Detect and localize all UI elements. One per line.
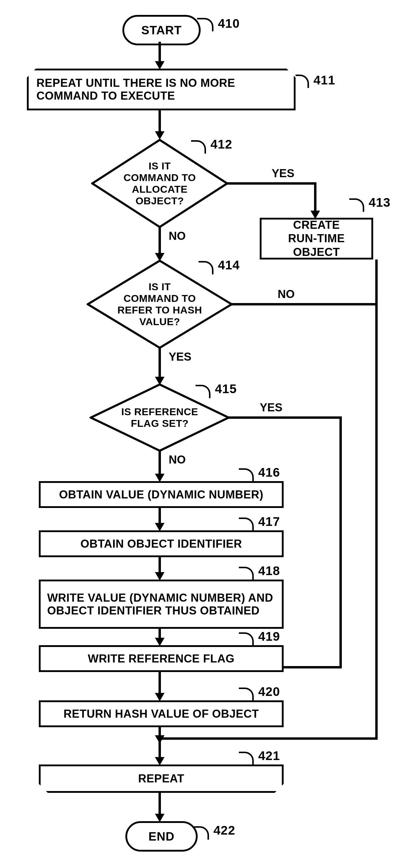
label-416: 416 [258, 465, 280, 479]
edge-loop-d1 [158, 111, 161, 133]
loop-start-text: REPEAT UNTIL THERE IS NO MORE COMMAND TO… [36, 77, 286, 102]
leader-418 [239, 567, 254, 580]
leader-411 [296, 74, 309, 88]
label-410: 410 [218, 17, 240, 31]
process-create-runtime: CREATE RUN-TIME OBJECT [260, 218, 373, 259]
leader-410 [197, 18, 213, 31]
label-415: 415 [215, 382, 237, 396]
arrowhead-419-420 [155, 693, 165, 701]
edge-d1-right-v [314, 182, 317, 212]
leader-421 [239, 752, 254, 765]
edge-d3-right-h [228, 416, 342, 419]
loop-start: REPEAT UNTIL THERE IS NO MORE COMMAND TO… [27, 69, 296, 111]
loop-end: REPEAT [39, 765, 284, 793]
leader-422 [194, 826, 209, 840]
label-417: 417 [258, 515, 280, 529]
arrowhead-420-421 [155, 757, 165, 765]
edge-hashno-join [375, 303, 378, 305]
loop-end-text: REPEAT [138, 772, 184, 785]
label-418: 418 [258, 564, 280, 578]
edge-419-420 [158, 672, 161, 694]
leader-417 [239, 518, 254, 531]
process-write-flag: WRITE REFERENCE FLAG [39, 645, 284, 672]
edge-420-421 [158, 727, 161, 758]
label-422: 422 [213, 823, 235, 838]
branch-allocate-yes: YES [272, 167, 294, 180]
edge-421-end [158, 793, 161, 815]
obtain-value-text: OBTAIN VALUE (DYNAMIC NUMBER) [59, 488, 263, 501]
create-runtime-text: CREATE RUN-TIME OBJECT [268, 218, 365, 259]
end-text: END [148, 830, 174, 843]
edge-start-loop [158, 42, 161, 63]
arrowhead-417-418 [155, 572, 165, 581]
process-return-hash: RETURN HASH VALUE OF OBJECT [39, 701, 284, 727]
leader-420 [239, 687, 254, 701]
obtain-id-text: OBTAIN OBJECT IDENTIFIER [80, 537, 242, 550]
write-value-text: WRITE VALUE (DYNAMIC NUMBER) AND OBJECT … [47, 591, 275, 617]
branch-allocate-no: NO [169, 230, 186, 243]
decision-allocate-text: IS IT COMMAND TO ALLOCATE OBJECT? [91, 139, 228, 228]
write-flag-text: WRITE REFERENCE FLAG [88, 652, 234, 665]
arrowhead-loop-d1 [155, 131, 165, 140]
process-obtain-value: OBTAIN VALUE (DYNAMIC NUMBER) [39, 481, 284, 508]
label-412: 412 [210, 137, 232, 152]
arrowhead-start-loop [155, 61, 165, 69]
end-terminator: END [125, 821, 198, 851]
edge-d1-right-h [227, 182, 317, 185]
arrowhead-d3-p416 [155, 474, 165, 482]
edge-right-merge-h [160, 737, 378, 740]
start-terminator: START [122, 15, 201, 45]
leader-416 [239, 468, 254, 482]
edge-d3-right-v [340, 416, 342, 669]
arrowhead-421-end [155, 814, 165, 822]
arrowhead-416-417 [155, 523, 165, 531]
decision-allocate: IS IT COMMAND TO ALLOCATE OBJECT? [91, 139, 228, 228]
process-obtain-id: OBTAIN OBJECT IDENTIFIER [39, 530, 284, 557]
label-421: 421 [258, 749, 280, 763]
arrowhead-418-419 [155, 638, 165, 646]
label-419: 419 [258, 629, 280, 644]
label-420: 420 [258, 685, 280, 699]
edge-d2-right-h [231, 303, 378, 305]
branch-flag-yes: YES [260, 401, 283, 414]
branch-hash-yes: YES [169, 350, 192, 363]
return-hash-text: RETURN HASH VALUE OF OBJECT [64, 708, 259, 720]
label-413: 413 [369, 195, 390, 210]
branch-flag-no: NO [169, 454, 186, 466]
leader-413 [349, 198, 364, 212]
edge-d1-d2 [158, 227, 161, 254]
process-write-value: WRITE VALUE (DYNAMIC NUMBER) AND OBJECT … [39, 580, 284, 629]
label-414: 414 [218, 258, 240, 272]
edge-d2-d3 [158, 348, 161, 378]
start-text: START [141, 24, 181, 37]
edge-d3-p416 [158, 451, 161, 475]
edge-416-417 [158, 508, 161, 524]
label-411: 411 [314, 73, 335, 87]
branch-hash-no: NO [277, 288, 295, 301]
edge-417-418 [158, 557, 161, 574]
edge-create-down [375, 259, 378, 740]
leader-419 [239, 632, 254, 646]
